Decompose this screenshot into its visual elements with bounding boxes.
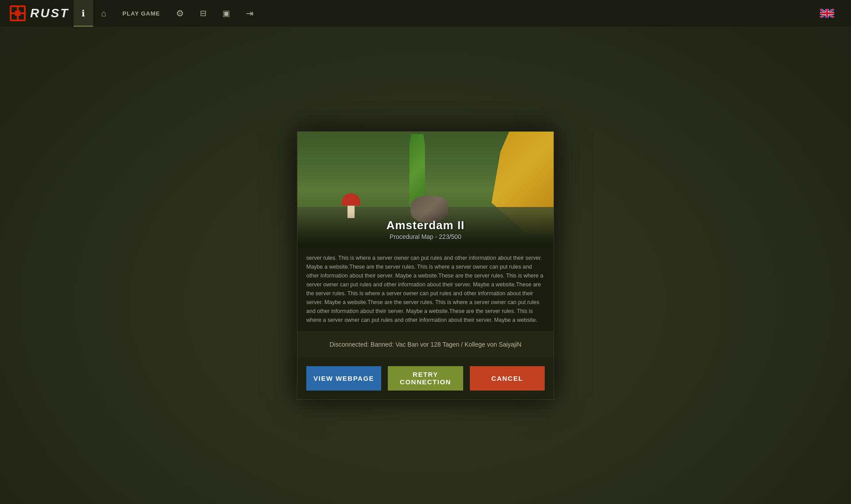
rules-text: server rules. This is where a server own… <box>306 254 545 324</box>
nav-item-settings[interactable]: ⚙ <box>168 0 192 27</box>
shirt-icon: ▣ <box>223 8 230 18</box>
server-image: Amsterdam II Procedural Map - 223/500 <box>297 132 554 247</box>
play-game-label: PLAY GAME <box>122 10 160 17</box>
mushroom-cap <box>342 193 360 206</box>
settings-icon: ⚙ <box>176 8 184 19</box>
logo[interactable]: RUST <box>9 4 69 22</box>
info-icon: ℹ <box>82 8 85 19</box>
main-content: Amsterdam II Procedural Map - 223/500 se… <box>0 27 851 504</box>
server-rules: server rules. This is where a server own… <box>297 247 554 331</box>
retry-connection-button[interactable]: Retry Connection <box>388 366 463 391</box>
nav-item-cart[interactable]: ⊟ <box>192 0 215 27</box>
disconnect-section: Disconnected: Banned: Vac Ban vor 128 Ta… <box>297 331 554 357</box>
rust-logo-icon <box>9 4 27 22</box>
logout-icon: ⇥ <box>246 8 254 19</box>
server-name: Amsterdam II <box>306 219 545 232</box>
server-modal: Amsterdam II Procedural Map - 223/500 se… <box>297 131 554 400</box>
cart-icon: ⊟ <box>200 8 207 18</box>
nav-item-play[interactable]: PLAY GAME <box>114 0 168 27</box>
view-webpage-button[interactable]: VIEW WEBPAGE <box>306 366 381 391</box>
navbar: RUST ℹ ⌂ PLAY GAME ⚙ ⊟ ▣ ⇥ <box>0 0 851 27</box>
server-image-overlay: Amsterdam II Procedural Map - 223/500 <box>297 212 554 247</box>
nav-item-shirt[interactable]: ▣ <box>215 0 238 27</box>
nav-item-logout[interactable]: ⇥ <box>238 0 262 27</box>
nav-item-home[interactable]: ⌂ <box>93 0 114 27</box>
cancel-button[interactable]: Cancel <box>470 366 545 391</box>
logo-text: RUST <box>30 6 69 20</box>
home-icon: ⌂ <box>101 8 106 19</box>
uk-flag-icon <box>820 9 834 18</box>
nav-item-info[interactable]: ℹ <box>74 0 93 27</box>
disconnect-message: Disconnected: Banned: Vac Ban vor 128 Ta… <box>330 341 522 348</box>
server-map: Procedural Map - 223/500 <box>306 233 545 240</box>
svg-rect-5 <box>15 11 20 16</box>
nav-item-language[interactable] <box>812 0 842 27</box>
modal-buttons: VIEW WEBPAGE Retry Connection Cancel <box>297 357 554 399</box>
